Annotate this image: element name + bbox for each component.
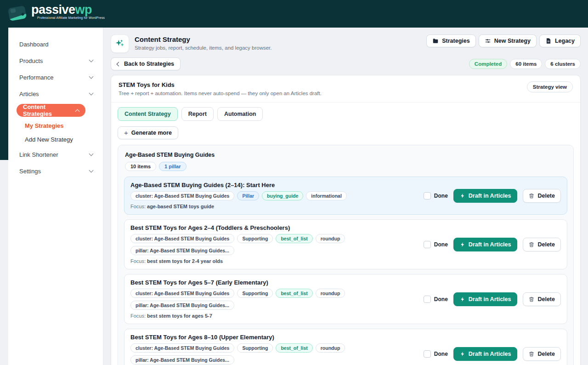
sidebar-subitem-add-new-strategy[interactable]: Add New Strategy	[8, 132, 103, 146]
done-label: Done	[434, 351, 448, 357]
tab-report[interactable]: Report	[181, 107, 214, 121]
tab-automation[interactable]: Automation	[217, 107, 263, 121]
draft-label: Draft in Articles	[469, 193, 511, 199]
done-checkbox[interactable]	[424, 192, 431, 200]
item-main: Best STEM Toys for Ages 8–10 (Upper Elem…	[130, 334, 418, 365]
delete-button[interactable]: Delete	[523, 292, 561, 306]
done-toggle[interactable]: Done	[424, 241, 448, 248]
chevron-down-icon	[89, 91, 94, 96]
item-title: Best STEM Toys for Ages 5–7 (Early Eleme…	[130, 279, 418, 286]
header-actions: Strategies New Strategy Legacy	[426, 34, 581, 47]
sidebar-item-label: Articles	[19, 91, 39, 97]
item-tags: cluster: Age-Based STEM Buying GuidesSup…	[130, 343, 418, 365]
focus-label: Focus:	[130, 258, 146, 264]
strategies-button[interactable]: Strategies	[426, 34, 475, 47]
brand-name: passivewp	[31, 3, 92, 17]
item-tag: roundup	[316, 234, 345, 243]
delete-button[interactable]: Delete	[523, 347, 561, 361]
page-subtitle: Strategy jobs, report, schedule, items, …	[135, 45, 272, 51]
generate-row: + Generate more	[111, 121, 580, 145]
item-title: Age-Based STEM Buying Guides (2–14): Sta…	[130, 182, 418, 188]
item-list: Age-Based STEM Buying Guides (2–14): Sta…	[124, 177, 567, 365]
brand-text: passivewp Professional Affiliate Marketi…	[31, 4, 105, 20]
item-tags: cluster: Age-Based STEM Buying GuidesSup…	[130, 289, 418, 310]
price-tag-icon	[6, 4, 28, 24]
item-tag: cluster: Age-Based STEM Buying Guides	[130, 191, 234, 200]
sidebar-subitem-label: My Strategies	[25, 122, 64, 129]
done-checkbox[interactable]	[424, 350, 431, 358]
page-header: Content Strategy Strategy jobs, report, …	[111, 34, 581, 53]
sidebar-item-content-strategies[interactable]: Content Strategies	[17, 104, 85, 117]
item-tag: buying_guide	[262, 191, 303, 200]
lightning-bolt-icon	[460, 297, 465, 302]
done-toggle[interactable]: Done	[424, 296, 448, 303]
done-toggle[interactable]: Done	[424, 350, 448, 358]
draft-in-articles-button[interactable]: Draft in Articles	[453, 347, 518, 361]
delete-button[interactable]: Delete	[523, 189, 561, 203]
topbar: passivewp Professional Affiliate Marketi…	[0, 0, 588, 28]
tab-content-strategy[interactable]: Content Strategy	[118, 107, 178, 121]
sidebar-item-label: Settings	[19, 168, 41, 175]
lightning-bolt-icon	[460, 242, 465, 247]
sliders-icon	[485, 38, 491, 44]
done-toggle[interactable]: Done	[424, 192, 448, 200]
item-tags: cluster: Age-Based STEM Buying GuidesSup…	[130, 234, 418, 255]
done-label: Done	[434, 241, 448, 248]
trash-icon	[529, 351, 534, 357]
item-tag: Supporting	[237, 289, 273, 298]
item-actions: Done Draft in Articles Delete	[424, 189, 561, 203]
item-main: Age-Based STEM Buying Guides (2–14): Sta…	[130, 182, 418, 210]
strategy-item-card: Best STEM Toys for Ages 2–4 (Toddlers & …	[124, 219, 567, 269]
back-to-strategies-button[interactable]: Back to Strategies	[111, 57, 181, 70]
delete-label: Delete	[537, 193, 555, 199]
page-title: Content Strategy	[135, 35, 272, 43]
chevron-up-icon	[75, 109, 80, 114]
legacy-button[interactable]: Legacy	[539, 34, 581, 47]
draft-label: Draft in Articles	[469, 241, 511, 248]
strategy-item-card: Best STEM Toys for Ages 5–7 (Early Eleme…	[124, 274, 567, 324]
draft-in-articles-button[interactable]: Draft in Articles	[453, 238, 518, 251]
done-label: Done	[434, 296, 448, 302]
sidebar-subitem-label: Add New Strategy	[25, 136, 73, 143]
sidebar-item-articles[interactable]: Articles	[8, 86, 103, 102]
item-tag: best_of_list	[276, 234, 312, 243]
delete-button[interactable]: Delete	[523, 238, 561, 251]
sidebar-item-products[interactable]: Products	[8, 52, 103, 69]
sidebar-item-dashboard[interactable]: Dashboard	[8, 36, 103, 52]
strategy-item-card: Best STEM Toys for Ages 8–10 (Upper Elem…	[124, 329, 567, 365]
delete-label: Delete	[537, 296, 555, 302]
item-tag: informational	[306, 191, 347, 200]
sparkles-icon	[111, 34, 129, 53]
new-strategy-button-label: New Strategy	[494, 38, 531, 44]
trash-icon	[529, 193, 534, 199]
clusters-count-badge: 6 clusters	[545, 59, 581, 69]
status-badges: Completed 60 items 6 clusters	[469, 59, 581, 69]
done-label: Done	[434, 193, 448, 199]
chevron-down-icon	[89, 58, 94, 63]
panel-header: STEM Toys for Kids Tree + report + autom…	[111, 75, 580, 103]
draft-in-articles-button[interactable]: Draft in Articles	[453, 189, 518, 203]
legacy-button-label: Legacy	[555, 38, 575, 44]
sidebar-subitem-my-strategies[interactable]: My Strategies	[8, 119, 103, 132]
done-checkbox[interactable]	[424, 296, 431, 303]
done-checkbox[interactable]	[424, 241, 431, 248]
focus-label: Focus:	[130, 313, 146, 319]
sidebar-item-label: Products	[19, 57, 43, 64]
item-tag: pillar: Age-Based STEM Buying Guides...	[130, 246, 234, 255]
item-tags: cluster: Age-Based STEM Buying GuidesPil…	[130, 191, 418, 200]
item-tag: pillar: Age-Based STEM Buying Guides...	[130, 355, 234, 365]
item-tag: Supporting	[237, 343, 273, 353]
item-tag: cluster: Age-Based STEM Buying Guides	[130, 234, 234, 243]
sidebar-item-settings[interactable]: Settings	[8, 163, 103, 179]
brand-tagline: Professional Affiliate Marketing for Wor…	[37, 17, 105, 20]
strategy-view-badge: Strategy view	[527, 81, 573, 92]
sidebar-item-link-shortener[interactable]: Link Shortener	[8, 146, 103, 163]
new-strategy-button[interactable]: New Strategy	[479, 34, 537, 47]
draft-in-articles-button[interactable]: Draft in Articles	[453, 292, 518, 306]
strategy-title: STEM Toys for Kids	[119, 81, 322, 88]
sidebar-item-performance[interactable]: Performance	[8, 69, 103, 86]
item-actions: Done Draft in Articles Delete	[424, 292, 561, 306]
strategy-panel: STEM Toys for Kids Tree + report + autom…	[111, 75, 581, 365]
generate-more-button[interactable]: + Generate more	[118, 126, 178, 139]
strategies-button-label: Strategies	[442, 38, 469, 44]
